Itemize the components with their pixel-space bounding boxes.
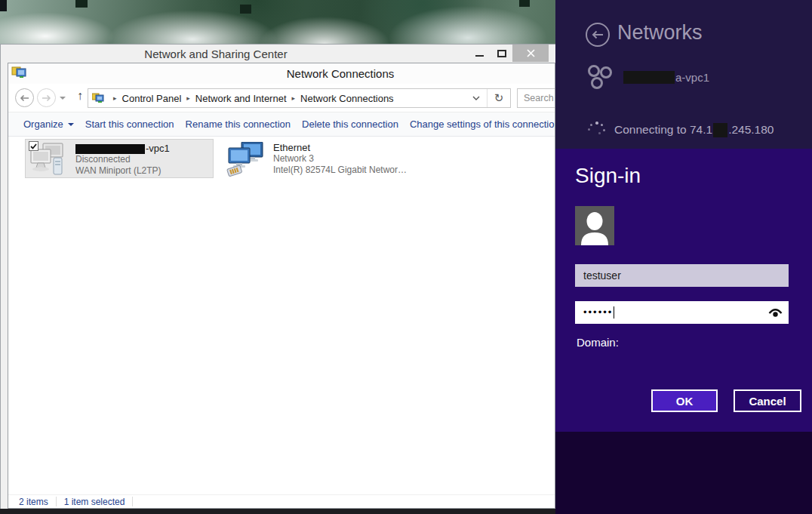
nc-titlebar[interactable]: Network Connections — [8, 63, 555, 84]
ok-button[interactable]: OK — [651, 389, 718, 412]
connection-details: Ethernet Network 3 Intel(R) 82574L Gigab… — [273, 142, 408, 176]
vpn-icon — [586, 63, 614, 91]
panel-title: Networks — [617, 21, 703, 45]
user-avatar — [575, 206, 614, 245]
nsc-window-title: Network and Sharing Center — [144, 48, 287, 60]
search-input[interactable] — [518, 89, 555, 107]
cancel-button[interactable]: Cancel — [734, 389, 801, 412]
breadcrumb-control-panel[interactable]: Control Panel — [122, 93, 182, 104]
connections-list: -vpc1 Disconnected WAN Miniport (L2TP) — [8, 137, 555, 494]
nsc-titlebar[interactable]: Network and Sharing Center — [1, 45, 555, 63]
connection-device: WAN Miniport (L2TP) — [75, 165, 170, 177]
breadcrumb-separator-icon: ▸ — [181, 94, 195, 102]
command-bar: Organize Start this connection Rename th… — [8, 112, 555, 137]
forward-button[interactable] — [37, 88, 56, 107]
networks-panel: Networks a-vpc1 — [555, 0, 812, 514]
selected-count: 1 item selected — [64, 497, 125, 507]
connection-item-ethernet[interactable]: Ethernet Network 3 Intel(R) 82574L Gigab… — [222, 139, 412, 178]
ethernet-connection-icon — [226, 142, 266, 180]
window-network-connections: Network Connections ↑ — [8, 63, 555, 509]
divider — [132, 497, 133, 506]
back-arrow-icon — [592, 30, 604, 39]
screen: Network and Sharing Center — [0, 0, 812, 514]
chevron-down-icon — [68, 123, 74, 126]
vpn-name: a-vpc1 — [675, 71, 709, 84]
recent-pages-dropdown[interactable] — [60, 97, 66, 100]
back-button[interactable] — [15, 88, 34, 107]
network-connections-app-icon — [11, 66, 26, 82]
connection-details: -vpc1 Disconnected WAN Miniport (L2TP) — [75, 143, 170, 177]
minimize-icon — [475, 55, 484, 57]
up-button[interactable]: ↑ — [72, 89, 88, 107]
status-bar: 2 items 1 item selected — [8, 494, 555, 508]
desktop-icon[interactable] — [75, 0, 88, 8]
redaction-bar — [713, 123, 727, 137]
delete-connection-link[interactable]: Delete this connection — [302, 118, 398, 130]
refresh-button[interactable]: ↻ — [488, 91, 510, 105]
domain-label: Domain: — [577, 336, 619, 349]
breadcrumb-separator-icon: ▸ — [287, 94, 301, 102]
nc-window-title: Network Connections — [287, 67, 395, 80]
divider — [56, 497, 57, 506]
address-dropdown-button[interactable] — [466, 96, 487, 100]
organize-menu-button[interactable]: Organize — [23, 118, 74, 130]
networks-panel-header: Networks a-vpc1 — [555, 0, 812, 149]
eye-icon — [768, 307, 783, 319]
start-connection-link[interactable]: Start this connection — [85, 118, 174, 130]
checkbox-checked-icon[interactable] — [29, 141, 38, 151]
connecting-status-row: Connecting to 74.1.245.180 — [587, 121, 806, 139]
rename-connection-link[interactable]: Rename this connection — [186, 118, 291, 130]
connection-device: Intel(R) 82574L Gigabit Network C... — [273, 165, 408, 176]
password-input[interactable]: •••••• — [575, 301, 789, 324]
person-icon — [575, 209, 614, 245]
address-bar-controls: ↻ — [466, 89, 510, 107]
vpn-connection-icon — [30, 143, 68, 179]
chevron-down-icon — [472, 96, 480, 100]
connection-name: Ethernet — [273, 142, 408, 153]
username-input[interactable] — [575, 264, 789, 287]
close-button[interactable] — [512, 45, 549, 62]
vpn-network-item[interactable]: a-vpc1 — [586, 62, 797, 92]
maximize-button[interactable] — [491, 45, 512, 62]
password-reveal-button[interactable] — [768, 307, 783, 319]
caption-buttons — [469, 45, 549, 62]
breadcrumb-separator-icon: ▸ — [108, 94, 122, 102]
connection-item-vpn[interactable]: -vpc1 Disconnected WAN Miniport (L2TP) — [25, 139, 214, 178]
connecting-text-suffix: .245.180 — [728, 123, 774, 137]
close-icon — [527, 49, 535, 57]
forward-arrow-icon — [42, 94, 51, 102]
breadcrumb-network-and-internet[interactable]: Network and Internet — [195, 93, 287, 104]
breadcrumb-network-connections[interactable]: Network Connections — [300, 93, 394, 104]
address-bar[interactable]: ▸ Control Panel ▸ Network and Internet ▸… — [88, 88, 511, 108]
navigation-bar: ↑ ▸ Control Panel ▸ Network and Internet… — [8, 84, 555, 112]
connection-network: Network 3 — [273, 153, 408, 165]
connection-name: -vpc1 — [146, 143, 170, 154]
password-mask: •••••• — [583, 301, 613, 324]
minimize-button[interactable] — [469, 45, 491, 62]
connection-status: Disconnected — [75, 154, 170, 165]
desktop-icon[interactable] — [0, 0, 7, 11]
connecting-text-prefix: Connecting to 74.1 — [614, 123, 712, 137]
desktop-icon[interactable] — [240, 5, 251, 14]
redaction-bar — [623, 71, 675, 84]
change-settings-link[interactable]: Change settings of this connection — [410, 118, 555, 130]
back-button[interactable] — [586, 23, 610, 47]
back-arrow-icon — [20, 94, 29, 102]
signin-title: Sign-in — [575, 164, 641, 188]
redaction-bar — [75, 144, 145, 154]
address-location-icon — [92, 93, 104, 104]
signin-flyout: Sign-in •••••• Domain: OK — [555, 149, 812, 432]
maximize-icon — [497, 50, 506, 57]
items-count: 2 items — [19, 497, 48, 507]
desktop-icon[interactable] — [519, 0, 530, 7]
search-box — [517, 88, 555, 108]
text-cursor — [614, 306, 614, 319]
desktop-edge — [0, 509, 555, 514]
progress-spinner-icon — [587, 121, 605, 139]
